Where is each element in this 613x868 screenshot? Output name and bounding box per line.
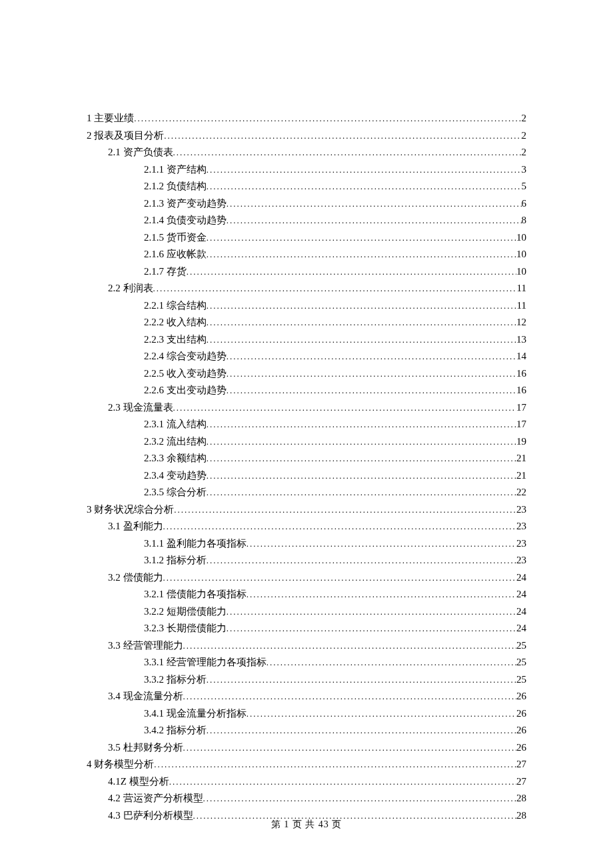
toc-entry-label: 2.2.5 收入变动趋势 bbox=[144, 365, 227, 383]
toc-dots bbox=[183, 688, 517, 705]
toc-entry-label: 3.3 经营管理能力 bbox=[108, 637, 183, 655]
toc-entry-label: 2.2.1 综合结构 bbox=[144, 297, 207, 315]
toc-entry-page: 23 bbox=[516, 535, 526, 553]
toc-entry: 3.4 现金流量分析26 bbox=[108, 688, 526, 705]
toc-entry-label: 2.3.4 变动趋势 bbox=[144, 467, 207, 485]
toc-entry-page: 28 bbox=[516, 790, 526, 807]
toc-entry-page: 10 bbox=[516, 229, 526, 247]
toc-entry: 2.2.3 支出结构13 bbox=[144, 331, 526, 349]
toc-page: 1 主要业绩22 报表及项目分析22.1 资产负债表22.1.1 资产结构32.… bbox=[0, 0, 613, 824]
toc-entry-label: 2.1.6 应收帐款 bbox=[144, 246, 207, 263]
toc-dots bbox=[207, 467, 516, 485]
table-of-contents: 1 主要业绩22 报表及项目分析22.1 资产负债表22.1.1 资产结构32.… bbox=[87, 110, 526, 824]
toc-entry-label: 2.1.4 负债变动趋势 bbox=[144, 212, 227, 229]
toc-entry-page: 27 bbox=[516, 773, 526, 791]
toc-entry: 2.2.1 综合结构11 bbox=[144, 297, 526, 315]
toc-entry-page: 6 bbox=[522, 195, 527, 213]
toc-entry-label: 2.2.4 综合变动趋势 bbox=[144, 348, 227, 365]
toc-entry-page: 27 bbox=[516, 756, 526, 773]
page-number-text: 第 1 页 共 43 页 bbox=[271, 819, 342, 829]
toc-entry-page: 26 bbox=[516, 722, 526, 739]
toc-dots bbox=[227, 195, 522, 213]
toc-dots bbox=[203, 790, 517, 807]
toc-dots bbox=[164, 127, 521, 145]
toc-entry: 2.2.5 收入变动趋势16 bbox=[144, 365, 526, 383]
toc-entry: 2.3.3 余额结构21 bbox=[144, 450, 526, 467]
toc-entry-page: 17 bbox=[516, 399, 526, 417]
toc-entry: 4.1Z 模型分析27 bbox=[108, 773, 526, 791]
toc-entry: 3.1.1 盈利能力各项指标23 bbox=[144, 535, 526, 553]
toc-entry-label: 4 财务模型分析 bbox=[87, 756, 154, 773]
toc-entry-label: 3.1 盈利能力 bbox=[108, 518, 163, 535]
toc-entry-label: 2.2.3 支出结构 bbox=[144, 331, 207, 349]
toc-entry-label: 3.4.1 现金流量分析指标 bbox=[144, 705, 247, 723]
toc-entry: 2.3.2 流出结构19 bbox=[144, 433, 526, 451]
toc-entry-page: 12 bbox=[516, 314, 526, 331]
toc-entry-label: 2.2.6 支出变动趋势 bbox=[144, 382, 227, 399]
toc-entry-page: 10 bbox=[516, 246, 526, 263]
toc-entry-label: 3.5 杜邦财务分析 bbox=[108, 739, 183, 757]
toc-dots bbox=[207, 433, 516, 451]
toc-dots bbox=[207, 416, 516, 433]
toc-entry: 2.3 现金流量表17 bbox=[108, 399, 526, 417]
toc-entry-page: 25 bbox=[516, 671, 526, 689]
toc-entry: 2.1.5 货币资金10 bbox=[144, 229, 526, 247]
toc-dots bbox=[187, 263, 516, 281]
toc-entry-label: 3.2.1 偿债能力各项指标 bbox=[144, 586, 247, 603]
toc-entry-page: 11 bbox=[517, 280, 526, 297]
toc-entry-label: 3.3.2 指标分析 bbox=[144, 671, 207, 689]
toc-dots bbox=[207, 178, 522, 195]
toc-entry-page: 24 bbox=[516, 620, 526, 637]
toc-dots bbox=[183, 739, 517, 757]
toc-entry-page: 5 bbox=[522, 178, 527, 195]
toc-entry-page: 24 bbox=[516, 586, 526, 603]
toc-dots bbox=[207, 722, 516, 739]
toc-entry: 3.4.2 指标分析26 bbox=[144, 722, 526, 739]
toc-entry-page: 2 bbox=[522, 110, 527, 127]
toc-entry: 2.1.2 负债结构5 bbox=[144, 178, 526, 195]
toc-entry: 3.2 偿债能力24 bbox=[108, 569, 526, 587]
toc-dots bbox=[169, 773, 516, 791]
toc-dots bbox=[207, 246, 516, 263]
toc-entry-page: 10 bbox=[516, 263, 526, 281]
toc-dots bbox=[227, 382, 516, 399]
toc-entry: 2.1.1 资产结构3 bbox=[144, 161, 526, 179]
toc-entry: 2.2.2 收入结构12 bbox=[144, 314, 526, 331]
toc-entry-page: 17 bbox=[516, 416, 526, 433]
toc-entry: 3.2.1 偿债能力各项指标24 bbox=[144, 586, 526, 603]
toc-dots bbox=[207, 229, 516, 247]
toc-entry-page: 21 bbox=[516, 450, 526, 467]
toc-entry: 3.1.2 指标分析23 bbox=[144, 552, 526, 569]
toc-entry: 2.3.5 综合分析22 bbox=[144, 484, 526, 501]
toc-entry: 2.1 资产负债表2 bbox=[108, 144, 526, 161]
toc-entry-label: 3.2 偿债能力 bbox=[108, 569, 163, 587]
toc-dots bbox=[183, 637, 517, 655]
toc-entry-label: 2.1.5 货币资金 bbox=[144, 229, 207, 247]
toc-dots bbox=[207, 297, 517, 315]
toc-entry-page: 13 bbox=[516, 331, 526, 349]
toc-entry-page: 24 bbox=[516, 569, 526, 587]
toc-entry-label: 3.4.2 指标分析 bbox=[144, 722, 207, 739]
toc-entry-label: 2.2.2 收入结构 bbox=[144, 314, 207, 331]
toc-entry-label: 2 报表及项目分析 bbox=[87, 127, 164, 145]
toc-entry: 3.2.3 长期偿债能力24 bbox=[144, 620, 526, 637]
toc-dots bbox=[134, 110, 521, 127]
toc-entry-page: 3 bbox=[522, 161, 527, 179]
toc-entry-label: 3 财务状况综合分析 bbox=[87, 501, 174, 519]
toc-dots bbox=[163, 518, 517, 535]
toc-entry-label: 2.1.1 资产结构 bbox=[144, 161, 207, 179]
toc-entry-label: 2.1.3 资产变动趋势 bbox=[144, 195, 227, 213]
page-footer: 第 1 页 共 43 页 bbox=[0, 819, 613, 831]
toc-entry-label: 3.4 现金流量分析 bbox=[108, 688, 183, 705]
toc-dots bbox=[227, 212, 522, 229]
toc-entry-page: 23 bbox=[516, 518, 526, 535]
toc-entry-label: 2.2 利润表 bbox=[108, 280, 153, 297]
toc-entry-page: 8 bbox=[522, 212, 527, 229]
toc-entry-page: 25 bbox=[516, 637, 526, 655]
toc-entry: 3.2.2 短期偿债能力24 bbox=[144, 603, 526, 621]
toc-entry: 2.2.6 支出变动趋势16 bbox=[144, 382, 526, 399]
toc-entry-page: 21 bbox=[516, 467, 526, 485]
toc-dots bbox=[247, 586, 516, 603]
toc-entry: 1 主要业绩2 bbox=[87, 110, 526, 127]
toc-dots bbox=[207, 331, 516, 349]
